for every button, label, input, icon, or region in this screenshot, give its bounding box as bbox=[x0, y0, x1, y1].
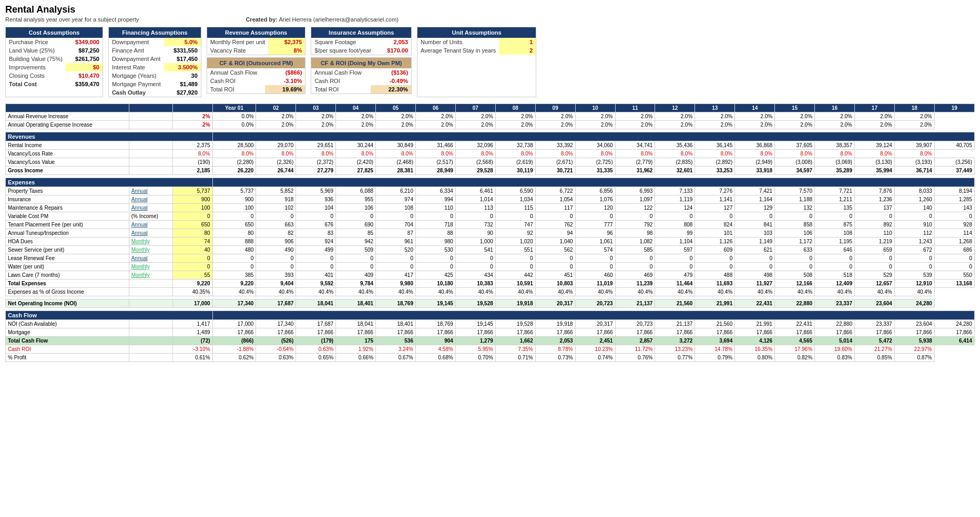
ia-label-0: Square Footage bbox=[311, 38, 374, 46]
lc-base[interactable]: 55 bbox=[172, 271, 212, 280]
col-freq-header bbox=[129, 104, 172, 112]
water-base[interactable]: 0 bbox=[172, 263, 212, 271]
tp-base[interactable]: 650 bbox=[172, 221, 212, 229]
ra-val-1[interactable]: 8% bbox=[268, 46, 305, 55]
lease-renewal-row: Lease Renewal Fee Annual 0 0000000000000… bbox=[6, 254, 975, 263]
pp-label: % Profit bbox=[6, 354, 129, 362]
hoa-freq[interactable]: Monthly bbox=[129, 237, 172, 246]
cfown-label-2: Total ROI bbox=[311, 85, 370, 94]
fa-label-6: Cash Outlay bbox=[109, 88, 164, 97]
ss-base[interactable]: 40 bbox=[172, 246, 212, 254]
col-year-02: 02 bbox=[256, 104, 296, 112]
col-year-16: 16 bbox=[815, 104, 855, 112]
cash-roi-row: Cash ROI -3.10% -1.88%-0.64%0.63%1.92%3.… bbox=[6, 345, 975, 354]
col-year-07: 07 bbox=[455, 104, 495, 112]
fa-val-1: $331,550 bbox=[164, 46, 201, 55]
tu-label: Annual Tuneup/Inspection bbox=[6, 229, 129, 237]
revenues-section-header: Revenues bbox=[6, 132, 975, 141]
lr-freq[interactable]: Annual bbox=[129, 254, 172, 263]
lc-label: Lawn Care (7 months) bbox=[6, 271, 129, 280]
fa-val-3[interactable]: 3.500% bbox=[164, 63, 201, 71]
noi-label: Net Operating Income (NOI) bbox=[6, 299, 129, 308]
te-label: Total Expenses bbox=[6, 280, 129, 288]
pp-base: 0.61% bbox=[172, 354, 212, 362]
lr-base[interactable]: 0 bbox=[172, 254, 212, 263]
rental-income-row: Rental Income 2,375 28,50029,07029,65130… bbox=[6, 141, 975, 150]
cfo-label-1: Cash ROI bbox=[207, 77, 265, 85]
vr-label: Vacancy/Loss Rate bbox=[6, 150, 129, 158]
ari-y1: 0.0% bbox=[212, 112, 256, 121]
col-year-11: 11 bbox=[615, 104, 655, 112]
fa-val-0[interactable]: 5.0% bbox=[164, 38, 201, 46]
cashflow-label: Cash Flow bbox=[6, 311, 213, 320]
ca-label-5: Total Cost bbox=[6, 80, 66, 88]
ins-freq[interactable]: Annual bbox=[129, 195, 172, 204]
fa-val-2: $17,450 bbox=[164, 55, 201, 63]
main-table: Year 01 02 03 04 05 06 07 08 09 10 11 12… bbox=[5, 104, 975, 362]
col-year-04: 04 bbox=[336, 104, 376, 112]
cf-outsourced-header: CF & ROI (Outsourced PM) bbox=[207, 58, 305, 68]
fa-label-4: Mortgage (Years) bbox=[109, 71, 164, 80]
croi-base: -3.10% bbox=[172, 345, 212, 354]
insurance-assumptions-box: Insurance Assumptions Square Footage2,05… bbox=[311, 27, 412, 55]
pt-freq[interactable]: Annual bbox=[129, 187, 172, 195]
ia-label-1: $/per square foot/year bbox=[311, 46, 374, 55]
water-freq[interactable]: Monthly bbox=[129, 263, 172, 271]
col-label-header bbox=[6, 104, 129, 112]
tp-freq[interactable]: Annual bbox=[129, 221, 172, 229]
ca-val-5: $359,470 bbox=[66, 80, 103, 88]
col-year-19: 19 bbox=[934, 104, 974, 112]
cfo-label-0: Annual Cash Flow bbox=[207, 68, 265, 77]
tp-label: Tenant Placement Fee (per unit) bbox=[6, 221, 129, 229]
hoa-base[interactable]: 74 bbox=[172, 237, 212, 246]
vc-label: Variable Cost PM bbox=[6, 212, 129, 221]
ra-val-0[interactable]: $2,375 bbox=[268, 38, 305, 46]
assumptions-row: Cost Assumptions Purchase Price$349,000 … bbox=[5, 27, 975, 97]
insurance-assumptions-header: Insurance Assumptions bbox=[311, 27, 411, 38]
cfown-val-0: ($136) bbox=[371, 68, 412, 77]
tu-freq[interactable]: Annual bbox=[129, 229, 172, 237]
spreadsheet-container: Year 01 02 03 04 05 06 07 08 09 10 11 12… bbox=[5, 104, 975, 362]
mtg-base: 1,489 bbox=[172, 328, 212, 337]
tcf-label: Total Cash Flow bbox=[6, 337, 129, 345]
fa-val-5: $1,489 bbox=[164, 80, 201, 88]
vr-base: 8.0% bbox=[172, 150, 212, 158]
water-row: Water (per unit) Monthly 0 0000000000000… bbox=[6, 263, 975, 271]
expenses-label: Expenses bbox=[6, 178, 213, 187]
cost-assumptions-box: Cost Assumptions Purchase Price$349,000 … bbox=[5, 27, 103, 97]
noi-base: 17,000 bbox=[172, 299, 212, 308]
gi-label: Gross Income bbox=[6, 167, 129, 175]
mnt-freq[interactable]: Annual bbox=[129, 204, 172, 212]
te-base: 9,220 bbox=[172, 280, 212, 288]
ins-base[interactable]: 900 bbox=[172, 195, 212, 204]
col-year-10: 10 bbox=[575, 104, 615, 112]
ua-val-0[interactable]: 1 bbox=[499, 38, 536, 46]
ca-val-2: $261,750 bbox=[66, 55, 103, 63]
annual-revenue-increase-row: Annual Revenue Increase 2% 0.0%2.0%2.0%2… bbox=[6, 112, 975, 121]
tu-base[interactable]: 80 bbox=[172, 229, 212, 237]
ca-label-0: Purchase Price bbox=[6, 38, 66, 46]
financing-assumptions-header: Financing Assumptions bbox=[109, 27, 201, 38]
mnt-base[interactable]: 100 bbox=[172, 204, 212, 212]
ua-label-1: Average Tenant Stay in years bbox=[417, 46, 499, 55]
vc-base[interactable]: 0 bbox=[172, 212, 212, 221]
lc-freq[interactable]: Monthly bbox=[129, 271, 172, 280]
cfo-label-2: Total ROI bbox=[207, 85, 265, 94]
fa-label-5: Mortgage Payment bbox=[109, 80, 164, 88]
subtitle: Rental analysis year over year for a sub… bbox=[5, 16, 975, 23]
ca-val-3[interactable]: $0 bbox=[66, 63, 103, 71]
financing-assumptions-box: Financing Assumptions Downpayment5.0% Fi… bbox=[108, 27, 201, 97]
ia-val-1: $170.00 bbox=[374, 46, 411, 55]
ss-freq[interactable]: Monthly bbox=[129, 246, 172, 254]
pt-base[interactable]: 5,737 bbox=[172, 187, 212, 195]
tuneup-row: Annual Tuneup/Inspection Annual 80 80828… bbox=[6, 229, 975, 237]
revenue-assumptions-header: Revenue Assumptions bbox=[207, 27, 305, 38]
column-header-row: Year 01 02 03 04 05 06 07 08 09 10 11 12… bbox=[6, 104, 975, 112]
ua-val-1[interactable]: 2 bbox=[499, 46, 536, 55]
pt-label: Property Taxes bbox=[6, 187, 129, 195]
col-year-05: 05 bbox=[376, 104, 416, 112]
cfo-val-1: -3.10% bbox=[265, 77, 305, 85]
tenant-placement-row: Tenant Placement Fee (per unit) Annual 6… bbox=[6, 221, 975, 229]
col-input-header bbox=[172, 104, 212, 112]
col-year-14: 14 bbox=[735, 104, 775, 112]
